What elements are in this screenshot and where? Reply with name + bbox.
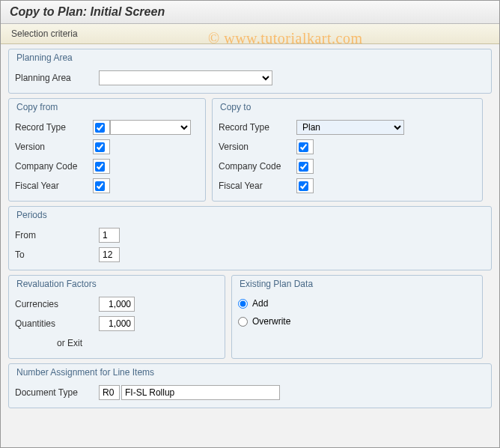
from-label: From: [15, 230, 99, 240]
fiscal-year-to-check[interactable]: [299, 181, 308, 191]
company-code-to-check[interactable]: [299, 162, 308, 172]
planning-area-label: Planning Area: [15, 73, 99, 83]
document-type-code-input[interactable]: [99, 385, 120, 400]
group-copy-to: Copy to Record Type Plan Version Company…: [212, 98, 483, 202]
planning-area-select[interactable]: [99, 70, 272, 85]
currencies-input[interactable]: [99, 297, 135, 312]
record-type-check-wrap: [93, 120, 110, 135]
version-label: Version: [219, 142, 296, 152]
company-code-label: Company Code: [219, 161, 296, 172]
group-title: Number Assignment for Line Items: [15, 364, 485, 382]
group-title: Periods: [15, 207, 485, 225]
document-type-desc-input[interactable]: [121, 385, 280, 400]
record-type-from-select[interactable]: [110, 120, 191, 135]
record-type-label: Record Type: [15, 122, 93, 133]
titlebar: Copy to Plan: Initial Screen: [1, 1, 499, 24]
group-planning-area: Planning Area Planning Area: [8, 49, 492, 94]
period-from-input[interactable]: [99, 228, 120, 243]
company-code-label: Company Code: [15, 161, 93, 172]
fiscal-year-check-wrap: [93, 178, 110, 193]
group-periods: Periods From To: [8, 206, 492, 270]
company-code-from-check[interactable]: [95, 162, 105, 172]
quantities-input[interactable]: [99, 316, 135, 331]
company-code-check-wrap: [296, 159, 314, 174]
group-title: Planning Area: [15, 49, 485, 67]
fiscal-year-label: Fiscal Year: [15, 181, 93, 191]
record-type-label: Record Type: [219, 122, 296, 133]
to-label: To: [15, 249, 99, 260]
group-number-assignment: Number Assignment for Line Items Documen…: [8, 363, 492, 408]
fiscal-year-check-wrap: [296, 178, 314, 193]
group-title: Revaluation Factors: [15, 276, 219, 294]
version-check-wrap: [296, 139, 314, 154]
fiscal-year-from-check[interactable]: [95, 181, 105, 191]
version-check-wrap: [93, 139, 110, 154]
record-type-check[interactable]: [95, 123, 105, 133]
company-code-check-wrap: [93, 159, 110, 174]
version-label: Version: [15, 142, 93, 152]
toolbar: Selection criteria: [1, 24, 499, 44]
group-existing-plan-data: Existing Plan Data Add Overwrite: [231, 275, 483, 359]
period-to-input[interactable]: [99, 247, 120, 262]
or-exit-label: or Exit: [15, 338, 93, 348]
version-to-check[interactable]: [299, 142, 308, 152]
version-from-check[interactable]: [95, 142, 105, 152]
add-radio-label: Add: [252, 298, 268, 309]
fiscal-year-label: Fiscal Year: [219, 181, 296, 191]
add-radio[interactable]: [238, 299, 248, 309]
page-title: Copy to Plan: Initial Screen: [10, 5, 490, 19]
group-title: Copy to: [219, 99, 476, 117]
currencies-label: Currencies: [15, 299, 99, 309]
toolbar-label: Selection criteria: [11, 28, 78, 39]
record-type-to-select[interactable]: Plan: [296, 120, 404, 135]
document-type-label: Document Type: [15, 387, 99, 398]
overwrite-radio-label: Overwrite: [252, 316, 290, 327]
quantities-label: Quantities: [15, 318, 99, 329]
group-copy-from: Copy from Record Type Version Company Co…: [8, 98, 206, 202]
group-title: Existing Plan Data: [238, 276, 476, 294]
group-revaluation-factors: Revaluation Factors Currencies Quantitie…: [8, 275, 225, 359]
group-title: Copy from: [15, 99, 199, 117]
overwrite-radio[interactable]: [238, 317, 248, 327]
